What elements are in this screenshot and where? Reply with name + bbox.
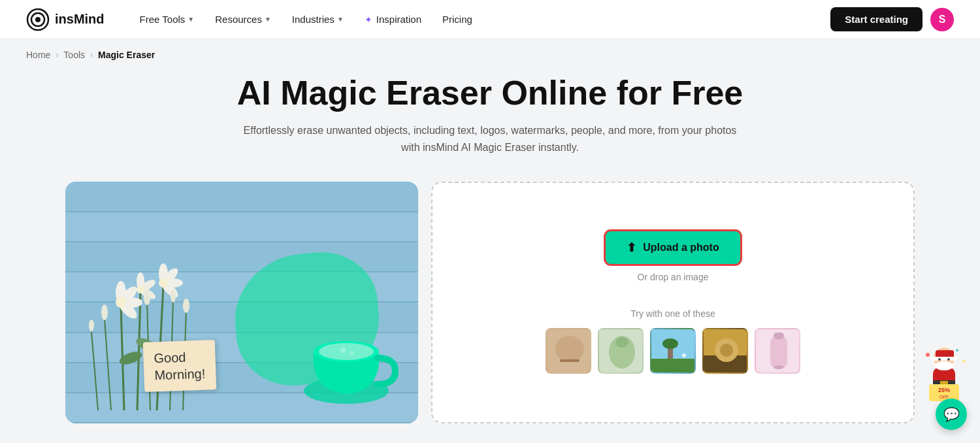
breadcrumb-current: Magic Eraser [98,50,155,60]
svg-point-71 [935,361,953,370]
note-card: Good Morning! [143,340,216,392]
breadcrumb-sep-1: › [56,50,58,59]
svg-point-32 [144,291,150,305]
breadcrumb-sep-2: › [90,50,93,59]
breadcrumb: Home › Tools › Magic Eraser [0,39,980,68]
svg-point-43 [615,337,629,348]
svg-rect-63 [931,357,957,361]
svg-point-27 [159,278,168,287]
svg-rect-45 [651,359,696,374]
coffee-cup [294,306,399,410]
svg-point-29 [171,289,176,303]
upload-panel[interactable]: ⬆ Upload a photo Or drop an image Try wi… [431,182,915,423]
nav-resources[interactable]: Resources ▼ [206,8,280,30]
sample-label: Try with one of these [452,308,894,319]
svg-line-8 [91,332,98,410]
svg-point-47 [662,338,678,349]
svg-point-18 [116,297,126,308]
svg-rect-55 [774,333,784,339]
chat-icon: 💬 [943,406,960,422]
svg-point-39 [555,336,584,362]
hero-subtitle: Effortlessly erase unwanted objects, inc… [242,122,738,156]
svg-point-37 [350,351,353,355]
svg-point-69 [938,358,941,361]
upload-photo-button[interactable]: ⬆ Upload a photo [606,231,740,264]
svg-point-52 [720,344,733,357]
svg-point-30 [89,320,94,331]
nav-industries[interactable]: Industries ▼ [283,8,353,30]
svg-point-31 [183,299,189,313]
svg-line-6 [105,319,111,410]
svg-rect-40 [560,359,580,362]
nav-pricing[interactable]: Pricing [433,8,482,30]
svg-rect-54 [770,336,787,369]
logo-icon [26,8,50,31]
sample-thumb-3[interactable] [650,328,696,374]
main-nav: Free Tools ▼ Resources ▼ Industries ▼ ✦ … [131,8,831,30]
spark-icon: ✦ [365,14,372,25]
drop-text: Or drop an image [638,272,709,282]
svg-point-59 [962,360,965,363]
svg-point-35 [319,343,374,360]
svg-point-56 [774,365,784,369]
sample-thumb-2[interactable] [598,328,644,374]
svg-point-48 [682,353,686,357]
breadcrumb-home[interactable]: Home [26,50,50,60]
chat-widget[interactable]: 💬 [936,399,967,430]
chevron-down-icon: ▼ [265,16,271,23]
hero-section: AI Magic Eraser Online for Free Effortle… [0,68,980,171]
nav-free-tools[interactable]: Free Tools ▼ [131,8,204,30]
svg-point-36 [340,348,346,353]
sample-section: Try with one of these [452,308,894,374]
svg-point-22 [137,286,144,293]
santa-widget[interactable]: 25% OFF [921,345,967,404]
main-header: insMind Free Tools ▼ Resources ▼ Industr… [0,0,980,39]
svg-point-28 [101,304,108,320]
svg-line-4 [137,293,140,410]
sample-thumb-4[interactable] [702,328,748,374]
user-avatar[interactable]: S [930,8,954,31]
sample-thumb-5[interactable] [755,328,800,374]
svg-point-58 [956,349,958,352]
sample-thumbnails [452,328,894,374]
logo-link[interactable]: insMind [26,8,105,31]
header-right: Start creating S [830,7,954,31]
logo-text: insMind [55,12,105,27]
main-content: Good Morning! ⬆ Upload a photo Or drop a… [0,171,980,443]
upload-icon: ⬆ [627,240,636,255]
nav-inspiration[interactable]: ✦ Inspiration [355,8,431,30]
breadcrumb-tools[interactable]: Tools [63,50,85,60]
svg-point-70 [947,358,950,361]
chevron-down-icon: ▼ [188,16,194,23]
svg-text:25%: 25% [938,387,950,393]
chevron-down-icon: ▼ [337,16,344,23]
sample-thumb-1[interactable] [546,328,591,374]
svg-point-2 [35,17,41,22]
start-creating-button[interactable]: Start creating [830,7,923,31]
svg-point-57 [926,353,930,357]
page-title: AI Magic Eraser Online for Free [26,74,954,112]
demo-panel: Good Morning! [65,182,418,423]
